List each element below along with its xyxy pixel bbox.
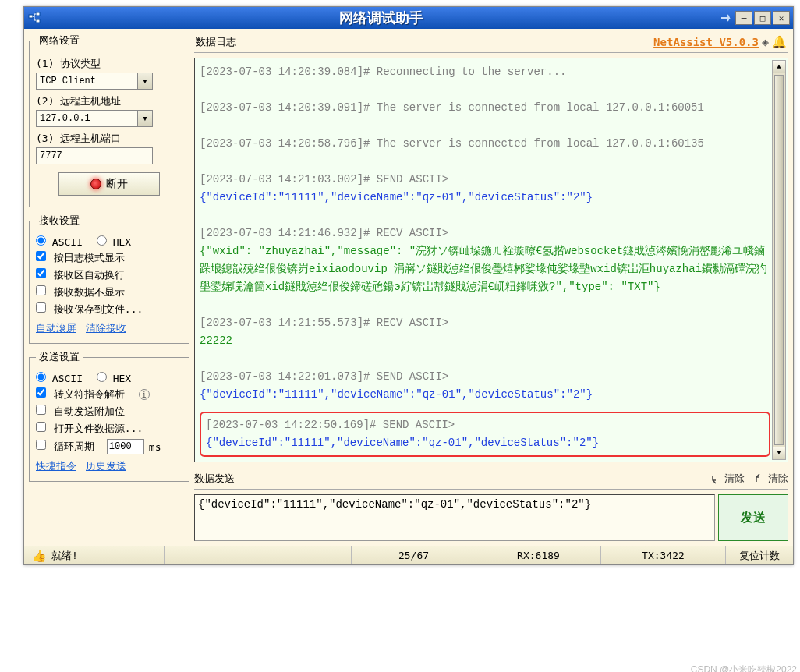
send-hex-radio[interactable]: HEX [97, 373, 131, 384]
pin-icon [717, 11, 734, 25]
svg-rect-2 [36, 19, 40, 23]
proto-select[interactable] [36, 73, 137, 90]
clear-recv-link[interactable]: 清除接收 [86, 321, 126, 335]
host-input[interactable] [36, 110, 137, 127]
history-send-link[interactable]: 历史发送 [86, 459, 126, 473]
receive-settings: 接收设置 ASCII HEX 按日志模式显示 接收区自动换行 接收数据不显示 接… [29, 214, 189, 344]
log-line: [2023-07-03 14:21:55.573]# RECV ASCII> [200, 314, 770, 332]
recv-chk-logmode[interactable]: 按日志模式显示 [36, 251, 125, 265]
log-line: [2023-07-03 14:20:39.091]# The server is… [200, 99, 770, 117]
loop-period-input[interactable] [107, 439, 144, 454]
diamond-icon[interactable]: ◈ [762, 35, 769, 49]
app-icon [27, 11, 41, 25]
proto-label: (1) 协议类型 [36, 57, 182, 71]
log-line: [2023-07-03 14:21:46.932]# RECV ASCII> [200, 225, 770, 242]
svg-rect-1 [36, 12, 40, 16]
window-title: 网络调试助手 [46, 9, 717, 27]
body: 网络设置 (1) 协议类型 ▼ (2) 远程主机地址 ▼ (3) 远程主机端口 … [24, 29, 793, 546]
send-ascii-radio[interactable]: ASCII [36, 373, 83, 384]
host-dropdown-button[interactable]: ▼ [137, 110, 153, 127]
log-line: {"deviceId":"11111","deviceName":"qz-01"… [206, 434, 764, 452]
statusbar: 👍 就绪! 25/67 RX:6189 TX:3422 复位计数 [24, 546, 793, 564]
connection-dot-icon [90, 179, 101, 189]
log-line: {"deviceId":"11111","deviceName":"qz-01"… [200, 189, 770, 207]
status-ready: 就绪! [51, 549, 78, 563]
scroll-down-icon[interactable]: ▼ [773, 447, 785, 459]
recv-hex-radio[interactable]: HEX [97, 236, 131, 248]
minimize-button[interactable]: ─ [735, 11, 752, 25]
log-area[interactable]: [2023-07-03 14:20:39.084]# Reconnecting … [194, 58, 788, 462]
send-settings: 发送设置 ASCII HEX 转义符指令解析i 自动发送附加位 打开文件数据源.… [29, 350, 189, 482]
scroll-thumb[interactable] [774, 75, 784, 445]
send-chk-escape[interactable]: 转义符指令解析 [36, 387, 125, 401]
log-line: [2023-07-03 14:20:39.084]# Reconnecting … [200, 63, 770, 81]
watermark: CSDN @小米吃辣椒2022 [691, 663, 797, 672]
brand-label[interactable]: NetAssist V5.0.3 [653, 36, 759, 48]
port-label: (3) 远程主机端口 [36, 132, 182, 146]
disconnect-button[interactable]: 断开 [58, 172, 160, 196]
recv-legend: 接收设置 [36, 214, 83, 228]
log-line: [2023-07-03 14:22:50.169]# SEND ASCII> [206, 416, 764, 434]
send-legend: 发送设置 [36, 350, 83, 364]
titlebar[interactable]: 网络调试助手 ─ □ ✕ [24, 7, 793, 29]
log-line: [2023-07-03 14:21:03.002]# SEND ASCII> [200, 171, 770, 189]
disconnect-label: 断开 [106, 177, 128, 191]
ready-icon: 👍 [32, 549, 47, 563]
app-window: 网络调试助手 ─ □ ✕ 网络设置 (1) 协议类型 ▼ (2) 远程主机地址 … [23, 6, 794, 565]
bell-icon[interactable]: 🔔 [772, 35, 787, 49]
send-title: 数据发送 [194, 472, 235, 486]
send-chk-autoappend[interactable]: 自动发送附加位 [36, 405, 125, 419]
clear-down-button[interactable]: 清除 [710, 472, 745, 486]
send-row: {"deviceId":"11111","deviceName":"qz-01"… [194, 494, 788, 541]
recv-ascii-radio[interactable]: ASCII [36, 236, 83, 248]
log-line: 22222 [200, 332, 770, 350]
log-title: 数据日志 [196, 35, 236, 49]
recv-chk-hide[interactable]: 接收数据不显示 [36, 285, 125, 299]
send-chk-filesource[interactable]: 打开文件数据源... [36, 422, 143, 436]
log-header: 数据日志 NetAssist V5.0.3 ◈ 🔔 [194, 34, 788, 53]
svg-rect-0 [29, 15, 33, 18]
send-input[interactable]: {"deviceId":"11111","deviceName":"qz-01"… [194, 494, 715, 541]
log-line: [2023-07-03 14:20:58.796]# The server is… [200, 135, 770, 153]
close-button[interactable]: ✕ [773, 11, 790, 25]
send-button[interactable]: 发送 [718, 494, 788, 541]
window-buttons: ─ □ ✕ [735, 11, 790, 25]
status-counts: 25/67 [352, 546, 476, 564]
proto-dropdown-button[interactable]: ▼ [137, 73, 153, 90]
scroll-up-icon[interactable]: ▲ [773, 61, 785, 73]
reset-count-button[interactable]: 复位计数 [726, 546, 793, 564]
quick-cmd-link[interactable]: 快捷指令 [36, 459, 76, 473]
autoscroll-link[interactable]: 自动滚屏 [36, 321, 76, 335]
maximize-button[interactable]: □ [754, 11, 771, 25]
send-header: 数据发送 清除 清除 [194, 470, 788, 490]
network-settings: 网络设置 (1) 协议类型 ▼ (2) 远程主机地址 ▼ (3) 远程主机端口 … [29, 34, 189, 207]
send-chk-loop[interactable]: 循环周期 [36, 440, 94, 454]
status-rx: RX:6189 [476, 546, 601, 564]
port-input[interactable] [36, 147, 153, 164]
highlighted-log: [2023-07-03 14:22:50.169]# SEND ASCII> {… [200, 412, 770, 457]
left-panel: 网络设置 (1) 协议类型 ▼ (2) 远程主机地址 ▼ (3) 远程主机端口 … [29, 34, 189, 541]
clear-up-button[interactable]: 清除 [754, 472, 788, 486]
recv-chk-autowrap[interactable]: 接收区自动换行 [36, 268, 125, 282]
recv-chk-savefile[interactable]: 接收保存到文件... [36, 302, 143, 317]
info-icon[interactable]: i [139, 389, 150, 400]
log-line: {"wxid": "zhuyazhai","message": "浣犲ソ锛屾垜鍦… [200, 242, 770, 296]
net-legend: 网络设置 [36, 34, 83, 48]
log-scrollbar[interactable]: ▲ ▼ [772, 60, 786, 460]
log-line: [2023-07-03 14:22:01.073]# SEND ASCII> [200, 368, 770, 386]
log-line: {"deviceId":"11111","deviceName":"qz-01"… [200, 386, 770, 404]
status-tx: TX:3422 [601, 546, 726, 564]
loop-period-unit: ms [149, 441, 161, 453]
right-panel: 数据日志 NetAssist V5.0.3 ◈ 🔔 [2023-07-03 14… [194, 34, 788, 541]
host-label: (2) 远程主机地址 [36, 94, 182, 108]
